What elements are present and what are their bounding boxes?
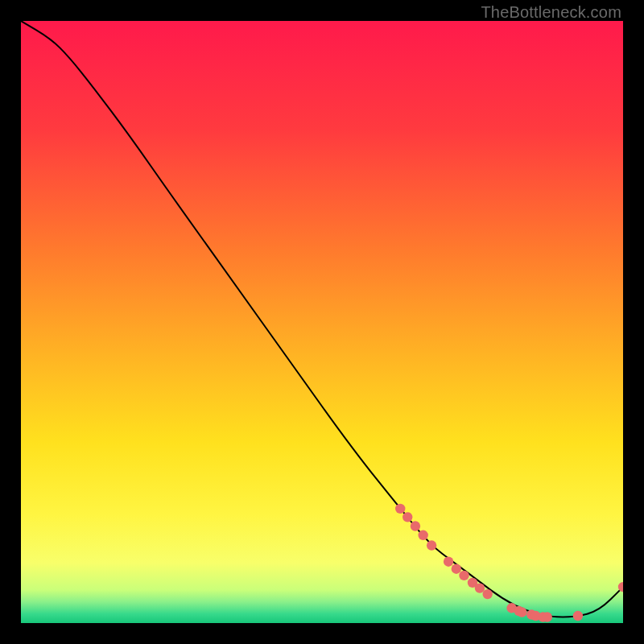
watermark-text: TheBottleneck.com [481,3,621,22]
highlight-point [395,504,405,514]
highlight-point [459,571,469,580]
highlight-point [418,530,427,540]
highlight-point [483,589,493,599]
plot-area [21,21,623,623]
highlight-point [517,607,526,617]
highlight-point [452,564,461,573]
highlight-point [402,512,412,522]
chart-svg [21,21,623,623]
highlight-point [543,612,552,621]
highlight-point [444,557,453,567]
highlight-point [411,521,420,530]
highlight-point [475,583,485,592]
highlight-point [573,611,583,621]
chart-stage: TheBottleneck.com [0,0,644,644]
highlight-point [427,540,436,550]
